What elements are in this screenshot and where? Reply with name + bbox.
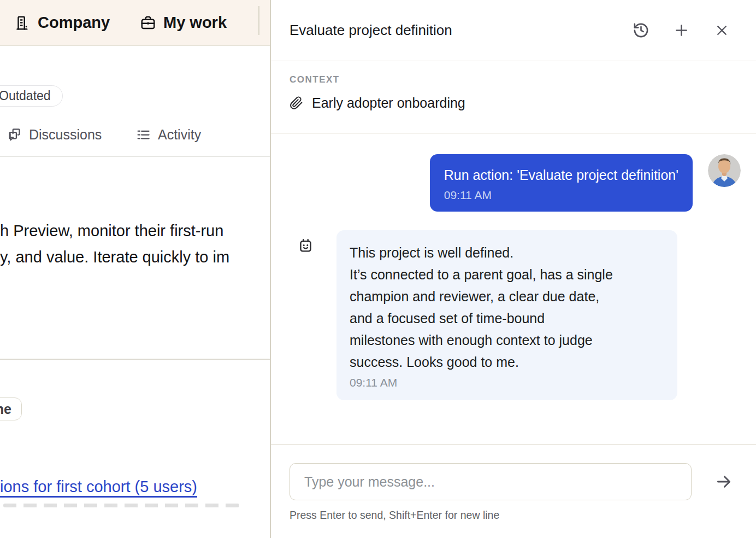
close-icon (714, 22, 730, 38)
description-line-2: y, and value. Iterate quickly to im (0, 244, 270, 270)
nav-company-label: Company (38, 14, 110, 32)
composer-hint: Press Enter to send, Shift+Enter for new… (290, 509, 734, 522)
close-panel-button[interactable] (712, 21, 731, 40)
tab-discussions[interactable]: Discussions (7, 125, 102, 144)
user-message-row: Run action: 'Evaluate project definition… (298, 154, 741, 212)
message-list: Run action: 'Evaluate project definition… (271, 133, 756, 444)
clipped-subtext-row (3, 504, 239, 507)
assistant-message-row: This project is well defined. It’s conne… (298, 230, 741, 400)
header-divider (258, 6, 259, 35)
briefcase-icon (140, 15, 156, 31)
discussions-icon (7, 127, 22, 142)
nav-company[interactable]: Company (14, 0, 110, 45)
chat-title: Evaluate project definition (290, 22, 610, 39)
nav-my-work[interactable]: My work (140, 0, 227, 45)
context-attachment-label: Early adopter onboarding (312, 95, 465, 111)
message-input[interactable] (290, 463, 692, 500)
section-divider (0, 359, 270, 360)
tabs-divider (0, 156, 270, 157)
composer: Press Enter to send, Shift+Enter for new… (271, 444, 756, 538)
arrow-right-icon (714, 472, 734, 491)
chat-header: Evaluate project definition (271, 0, 756, 61)
paperclip-icon (290, 96, 303, 110)
bot-icon (298, 237, 314, 253)
cohort-link-label: ions for first cohort (5 users) (0, 478, 197, 495)
clipped-pill-button[interactable]: ne (0, 397, 22, 420)
plus-icon (673, 22, 690, 39)
building-icon (14, 15, 31, 31)
assistant-message-bubble: This project is well defined. It’s conne… (336, 230, 677, 400)
clipped-pill-label: ne (0, 401, 11, 417)
context-label: CONTEXT (290, 74, 737, 85)
history-button[interactable] (631, 21, 650, 40)
tab-activity-label: Activity (158, 127, 201, 143)
assistant-message-text: This project is well defined. It’s conne… (350, 242, 662, 373)
outdated-badge: Outdated (0, 85, 63, 107)
activity-list-icon (136, 127, 151, 142)
chat-panel: Evaluate project definition (271, 0, 756, 538)
history-icon (633, 22, 649, 39)
outdated-badge-label: Outdated (0, 89, 51, 103)
new-chat-button[interactable] (672, 21, 690, 40)
user-avatar (708, 154, 741, 187)
user-message-bubble: Run action: 'Evaluate project definition… (430, 154, 693, 212)
assistant-message-time: 09:11 AM (350, 376, 662, 389)
context-section: CONTEXT Early adopter onboarding (271, 61, 756, 133)
nav-my-work-label: My work (163, 14, 227, 32)
user-message-text: Run action: 'Evaluate project definition… (444, 166, 678, 184)
user-message-time: 09:11 AM (444, 189, 678, 202)
tab-discussions-label: Discussions (29, 127, 102, 143)
left-app-panel: Company My work Outdated Discussions (0, 0, 270, 538)
tab-activity[interactable]: Activity (136, 125, 201, 144)
cohort-link[interactable]: ions for first cohort (5 users) (0, 478, 197, 496)
project-description-text: h Preview, monitor their first-run y, an… (0, 218, 270, 270)
left-app-header: Company My work (0, 0, 270, 46)
description-line-1: h Preview, monitor their first-run (0, 218, 270, 244)
send-button[interactable] (714, 472, 734, 492)
context-attachment[interactable]: Early adopter onboarding (290, 95, 737, 111)
